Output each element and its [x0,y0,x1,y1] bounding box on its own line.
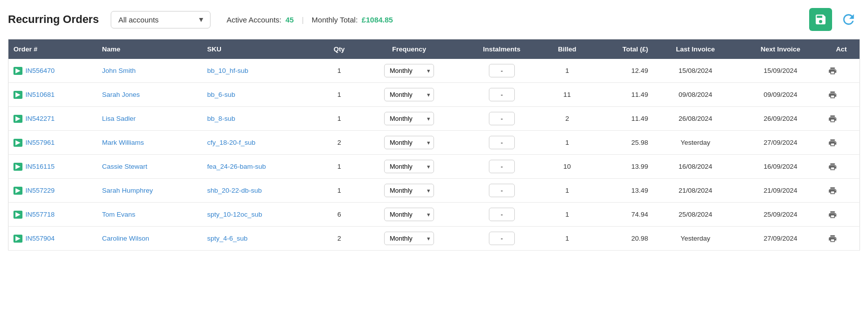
customer-link[interactable]: Sarah Humphrey [102,187,153,194]
print-icon [828,210,837,219]
customer-link[interactable]: Tom Evans [102,211,135,218]
frequency-select[interactable]: MonthlyWeeklyAnnually [384,112,434,125]
sku-link[interactable]: bb_10_hf-sub [207,67,248,74]
order-num-cell: IN542271 [8,107,97,131]
instalments-input[interactable] [489,184,515,197]
act-cell [823,227,860,251]
act-cell [823,83,860,107]
order-link[interactable]: IN557904 [25,235,55,242]
frequency-cell: MonthlyWeeklyAnnually▾ [358,59,461,83]
total-cell: 12.49 [592,59,653,83]
sku-link[interactable]: bb_8-sub [207,115,235,122]
order-link[interactable]: IN516115 [25,163,55,170]
col-name: Name [97,39,202,59]
table-row: IN557718 Tom Evansspty_10-12oc_sub6Month… [8,203,860,227]
customer-link[interactable]: Lisa Sadler [102,115,136,122]
name-cell: Sarah Jones [97,83,202,107]
print-button[interactable] [828,210,837,219]
stats-bar: Active Accounts: 45 | Monthly Total: £10… [226,15,393,24]
sku-link[interactable]: spty_10-12oc_sub [207,211,262,218]
frequency-select[interactable]: MonthlyWeeklyAnnually [384,88,434,101]
customer-link[interactable]: John Smith [102,67,136,74]
order-num-cell: IN516115 [8,155,97,179]
order-link[interactable]: IN542271 [25,115,55,122]
flag-icon [13,187,22,195]
frequency-select[interactable]: MonthlyWeeklyAnnually [384,232,434,245]
act-cell [823,59,860,83]
print-icon [828,90,837,99]
sku-link[interactable]: shb_20-22-db-sub [207,187,262,194]
sku-link[interactable]: cfy_18-20-f_sub [207,139,255,146]
frequency-select[interactable]: MonthlyWeeklyAnnually [384,136,434,149]
order-link[interactable]: IN557229 [25,187,55,194]
page-header: Recurring Orders All accounts ▼ Active A… [8,8,860,31]
instalments-input[interactable] [489,88,515,101]
instalments-cell [461,131,543,155]
print-button[interactable] [828,234,837,243]
order-link[interactable]: IN557718 [25,211,55,218]
stats-separator: | [302,15,304,24]
active-accounts-value: 45 [285,15,294,24]
header-actions [809,8,860,31]
frequency-select[interactable]: MonthlyWeeklyAnnually [384,64,434,77]
customer-link[interactable]: Cassie Stewart [102,163,147,170]
print-button[interactable] [828,66,837,75]
billed-cell: 1 [543,59,592,83]
frequency-select[interactable]: MonthlyWeeklyAnnually [384,160,434,173]
print-icon [828,186,837,195]
frequency-cell: MonthlyWeeklyAnnually▾ [358,131,461,155]
next-invoice-cell: 09/09/2024 [738,83,824,107]
customer-link[interactable]: Caroline Wilson [102,235,149,242]
frequency-select[interactable]: MonthlyWeeklyAnnually [384,184,434,197]
instalments-input[interactable] [489,160,515,173]
name-cell: Mark Williams [97,131,202,155]
sku-link[interactable]: spty_4-6_sub [207,235,247,242]
qty-cell: 1 [321,179,357,203]
col-qty: Qty [321,39,357,59]
order-num-cell: IN510681 [8,83,97,107]
frequency-select[interactable]: MonthlyWeeklyAnnually [384,208,434,221]
monthly-total-label: Monthly Total: [312,15,358,24]
flag-icon [13,211,22,219]
instalments-cell [461,107,543,131]
customer-link[interactable]: Mark Williams [102,139,144,146]
instalments-input[interactable] [489,136,515,149]
instalments-cell [461,59,543,83]
customer-link[interactable]: Sarah Jones [102,91,140,98]
last-invoice-cell: Yesterday [653,227,737,251]
active-accounts-label: Active Accounts: [226,15,281,24]
print-icon [828,114,837,123]
flag-icon [13,139,22,147]
account-select[interactable]: All accounts [111,11,211,28]
print-button[interactable] [828,162,837,171]
print-button[interactable] [828,114,837,123]
frequency-cell: MonthlyWeeklyAnnually▾ [358,83,461,107]
table-row: IN557229 Sarah Humphreyshb_20-22-db-sub1… [8,179,860,203]
last-invoice-cell: Yesterday [653,131,737,155]
instalments-input[interactable] [489,112,515,125]
billed-cell: 2 [543,107,592,131]
sku-cell: bb_10_hf-sub [202,59,321,83]
flag-icon [13,67,22,75]
table-row: IN556470 John Smithbb_10_hf-sub1MonthlyW… [8,59,860,83]
last-invoice-cell: 16/08/2024 [653,155,737,179]
qty-cell: 1 [321,83,357,107]
order-num-cell: IN557904 [8,227,97,251]
order-link[interactable]: IN557961 [25,139,55,146]
save-button[interactable] [809,8,832,31]
instalments-input[interactable] [489,232,515,245]
col-act: Act [823,39,860,59]
print-button[interactable] [828,90,837,99]
next-invoice-cell: 16/09/2024 [738,155,824,179]
order-link[interactable]: IN510681 [25,91,55,98]
print-button[interactable] [828,138,837,147]
sku-link[interactable]: fea_24-26-bam-sub [207,163,266,170]
last-invoice-cell: 21/08/2024 [653,179,737,203]
print-button[interactable] [828,186,837,195]
order-link[interactable]: IN556470 [25,67,55,74]
instalments-input[interactable] [489,64,515,77]
sku-link[interactable]: bb_6-sub [207,91,235,98]
refresh-button[interactable] [837,8,860,31]
name-cell: Cassie Stewart [97,155,202,179]
instalments-input[interactable] [489,208,515,221]
